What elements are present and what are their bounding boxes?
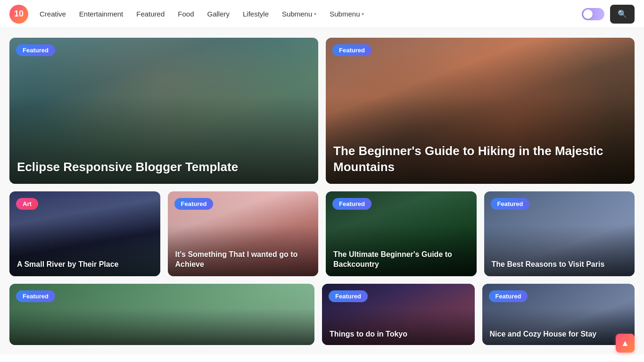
main-content: Featured Eclipse Responsive Blogger Temp… [0, 28, 644, 354]
card-medium-3[interactable]: Featured The Ultimate Beginner's Guide t… [326, 191, 477, 276]
card-badge: Featured [16, 290, 55, 302]
site-logo[interactable]: 10 [9, 5, 28, 24]
search-icon: 🔍 [618, 9, 627, 18]
nav-item-gallery[interactable]: Gallery [207, 10, 230, 18]
nav-item-submenu-2[interactable]: Submenu ▾ [330, 10, 364, 18]
card-badge: Featured [332, 198, 372, 210]
card-title: The Ultimate Beginner's Guide to Backcou… [333, 250, 469, 270]
card-badge: Featured [489, 290, 528, 302]
nav-item-entertainment[interactable]: Entertainment [79, 10, 123, 18]
chevron-down-icon: ▾ [362, 11, 364, 16]
card-title: The Beginner's Guide to Hiking in the Ma… [333, 143, 627, 175]
mid-row: Art A Small River by Their Place Feature… [9, 191, 635, 276]
card-badge: Art [16, 198, 38, 210]
card-badge: Featured [332, 44, 372, 56]
nav-item-submenu-1[interactable]: Submenu ▾ [282, 10, 316, 18]
toggle-knob [583, 9, 593, 19]
card-bottom-1[interactable]: Featured [9, 284, 314, 345]
dark-mode-toggle[interactable] [582, 8, 604, 20]
card-large-2[interactable]: Featured The Beginner's Guide to Hiking … [326, 38, 635, 184]
card-title: Nice and Cozy House for Stay [490, 329, 627, 339]
card-medium-4[interactable]: Featured The Best Reasons to Visit Paris [484, 191, 635, 276]
card-overlay [9, 284, 314, 345]
nav-item-featured[interactable]: Featured [136, 10, 165, 18]
card-badge: Featured [174, 198, 214, 210]
nav-item-creative[interactable]: Creative [40, 10, 66, 18]
card-medium-2[interactable]: Featured It's Something That I wanted go… [168, 191, 319, 276]
navbar-right: 🔍 [582, 5, 635, 24]
card-title: It's Something That I wanted go to Achie… [175, 250, 311, 270]
card-bottom-2[interactable]: Featured Things to do in Tokyo [322, 284, 475, 345]
card-badge: Featured [329, 290, 368, 302]
chevron-down-icon: ▾ [314, 11, 316, 16]
search-button[interactable]: 🔍 [610, 5, 635, 24]
card-medium-1[interactable]: Art A Small River by Their Place [9, 191, 160, 276]
nav-item-lifestyle[interactable]: Lifestyle [243, 10, 269, 18]
card-title: The Best Reasons to Visit Paris [492, 260, 627, 270]
card-title: Things to do in Tokyo [330, 329, 467, 339]
card-bottom-3[interactable]: Featured Nice and Cozy House for Stay [482, 284, 635, 345]
nav-menu: Creative Entertainment Featured Food Gal… [40, 10, 582, 18]
bottom-row: Featured Featured Things to do in Tokyo … [9, 284, 635, 345]
nav-item-food[interactable]: Food [178, 10, 194, 18]
card-badge: Featured [491, 198, 530, 210]
card-title: Eclipse Responsive Blogger Template [17, 159, 311, 175]
card-title: A Small River by Their Place [17, 260, 153, 270]
card-large-1[interactable]: Featured Eclipse Responsive Blogger Temp… [9, 38, 318, 184]
navbar: 10 Creative Entertainment Featured Food … [0, 0, 644, 28]
top-row: Featured Eclipse Responsive Blogger Temp… [9, 38, 635, 184]
arrow-up-icon: ▲ [621, 338, 629, 348]
card-badge: Featured [16, 44, 55, 56]
